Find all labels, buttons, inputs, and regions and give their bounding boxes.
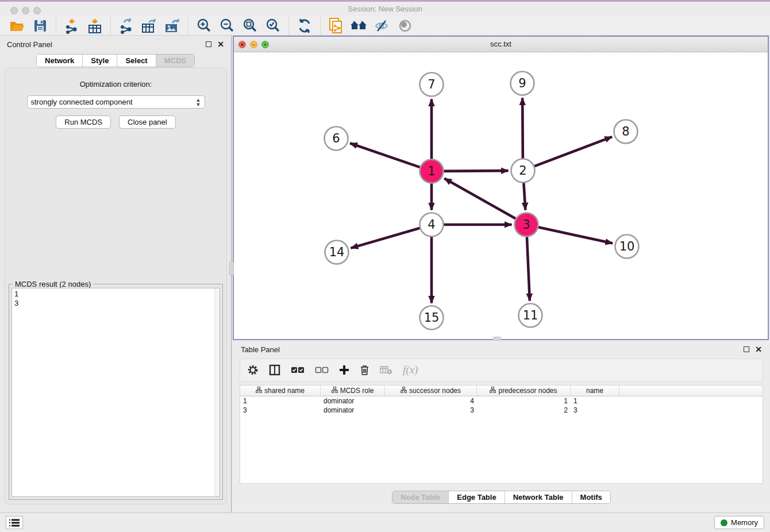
float-panel-icon[interactable]: [206, 41, 211, 47]
export-table-icon[interactable]: [140, 17, 159, 34]
float-table-panel-icon[interactable]: [744, 346, 749, 352]
table-panel-title: Table Panel: [241, 345, 280, 354]
tab-style[interactable]: Style: [83, 55, 117, 67]
table-options-gear-icon[interactable]: [247, 364, 259, 376]
column-header-name[interactable]: name: [571, 385, 619, 396]
table-cell[interactable]: 2: [477, 406, 571, 415]
graph-edge-3-1[interactable]: [444, 179, 516, 219]
close-panel-icon[interactable]: ✕: [217, 41, 224, 47]
tab-network-table[interactable]: Network Table: [505, 491, 572, 503]
table-cell[interactable]: dominator: [321, 396, 385, 406]
run-mcds-button[interactable]: Run MCDS: [56, 115, 111, 129]
close-panel-button[interactable]: Close panel: [119, 115, 176, 129]
new-network-from-selection-icon[interactable]: [326, 17, 346, 34]
graph-node-label-8: 8: [622, 125, 629, 138]
vertical-splitter-handle[interactable]: [229, 261, 234, 275]
graph-edge-4-14[interactable]: [351, 228, 420, 248]
graph-node-label-11: 11: [523, 309, 538, 322]
graph-edge-3-11[interactable]: [527, 236, 530, 300]
select-all-columns-icon[interactable]: [291, 366, 305, 374]
minimize-window-icon[interactable]: [22, 7, 29, 14]
graph-node-label-7: 7: [428, 78, 435, 91]
main-toolbar: [0, 16, 770, 36]
zoom-in-icon[interactable]: [194, 17, 214, 34]
graph-node-label-4: 4: [428, 218, 435, 232]
graph-edge-3-10[interactable]: [538, 227, 613, 243]
toolbar-separator: [320, 17, 321, 34]
tab-edge-table[interactable]: Edge Table: [449, 491, 505, 503]
graph-node-label-1: 1: [428, 164, 435, 178]
status-bar: Memory: [0, 512, 770, 532]
tab-node-table[interactable]: Node Table: [392, 491, 449, 503]
zoom-out-icon[interactable]: [217, 17, 237, 34]
graph-edge-2-9[interactable]: [522, 98, 523, 159]
mcds-result-text[interactable]: 1 3: [11, 288, 220, 497]
mcds-result-lines: 1 3: [14, 290, 18, 307]
table-panel-tabs: Node TableEdge TableNetwork TableMotifs: [392, 491, 611, 504]
optimization-criterion-select[interactable]: strongly connected component ▲▼: [27, 95, 205, 109]
node-table[interactable]: shared nameMCDS rolesuccessor nodesprede…: [240, 385, 763, 484]
refresh-network-icon[interactable]: [295, 17, 314, 34]
tab-motifs[interactable]: Motifs: [572, 491, 610, 503]
table-cell[interactable]: 3: [240, 406, 321, 415]
result-scrollbar[interactable]: [214, 288, 220, 496]
table-row[interactable]: 1dominator411: [240, 396, 763, 406]
table-cell[interactable]: 3: [385, 406, 477, 415]
control-panel-title: Control Panel: [7, 40, 52, 49]
network-canvas[interactable]: 7968124314101511: [234, 52, 768, 339]
column-header-MCDS-role[interactable]: MCDS role: [321, 385, 385, 396]
toolbar-separator: [288, 17, 289, 34]
home-view-icon[interactable]: [349, 17, 369, 34]
network-window-titlebar[interactable]: ✕ − + scc.txt: [234, 37, 768, 52]
list-icon: [9, 519, 20, 527]
graph-edge-1-6[interactable]: [350, 143, 420, 167]
control-panel: Control Panel ✕ NetworkStyleSelectMCDS O…: [0, 36, 232, 512]
app-title-bar: Session: New Session: [0, 0, 770, 16]
column-label: shared name: [264, 387, 305, 395]
tab-select[interactable]: Select: [117, 55, 156, 67]
graph-edge-2-8[interactable]: [534, 137, 612, 167]
delete-table-icon-disabled: [380, 365, 392, 375]
network-close-icon[interactable]: ✕: [238, 41, 246, 48]
delete-columns-icon[interactable]: [360, 364, 369, 376]
window-controls[interactable]: [10, 6, 45, 17]
table-cell[interactable]: 3: [571, 406, 619, 415]
column-tree-icon: [401, 387, 407, 395]
task-history-button[interactable]: [6, 516, 23, 529]
column-header-shared-name[interactable]: shared name: [240, 385, 321, 396]
column-header-successor-nodes[interactable]: successor nodes: [385, 385, 477, 396]
table-cell[interactable]: 1: [571, 396, 619, 406]
table-column-headers: shared nameMCDS rolesuccessor nodesprede…: [240, 385, 763, 396]
export-image-icon[interactable]: [163, 17, 182, 34]
table-cell[interactable]: dominator: [321, 406, 385, 415]
network-minimize-icon[interactable]: −: [250, 41, 257, 48]
hide-graphics-details-icon[interactable]: [372, 17, 392, 34]
close-window-icon[interactable]: [10, 7, 18, 14]
table-row[interactable]: 3dominator323: [240, 406, 763, 415]
import-table-icon[interactable]: [85, 17, 105, 34]
zoom-fit-icon[interactable]: [240, 17, 260, 34]
show-columns-icon[interactable]: [269, 364, 280, 376]
show-graphics-details-icon[interactable]: [395, 17, 415, 34]
export-network-icon[interactable]: [117, 17, 136, 34]
table-cell[interactable]: 4: [385, 396, 477, 406]
import-network-icon[interactable]: [62, 17, 82, 34]
create-column-icon[interactable]: [339, 365, 349, 375]
network-maximize-icon[interactable]: +: [261, 41, 269, 48]
memory-button[interactable]: Memory: [714, 516, 764, 529]
unselect-all-columns-icon[interactable]: [315, 366, 329, 374]
open-session-icon[interactable]: [7, 17, 27, 34]
tab-mcds[interactable]: MCDS: [156, 55, 194, 67]
table-cell[interactable]: 1: [477, 396, 571, 406]
tab-network[interactable]: Network: [37, 55, 83, 67]
table-cell[interactable]: 1: [240, 396, 321, 406]
graph-edge-2-3[interactable]: [523, 182, 525, 210]
horizontal-splitter-handle[interactable]: [493, 337, 501, 341]
close-table-panel-icon[interactable]: ✕: [755, 346, 762, 352]
zoom-selected-icon[interactable]: [263, 17, 283, 34]
maximize-window-icon[interactable]: [33, 7, 41, 14]
save-session-icon[interactable]: [30, 17, 50, 34]
graph-edge-1-2[interactable]: [443, 171, 508, 171]
column-header-predecessor-nodes[interactable]: predecessor nodes: [477, 385, 571, 396]
column-label: MCDS role: [340, 387, 374, 395]
